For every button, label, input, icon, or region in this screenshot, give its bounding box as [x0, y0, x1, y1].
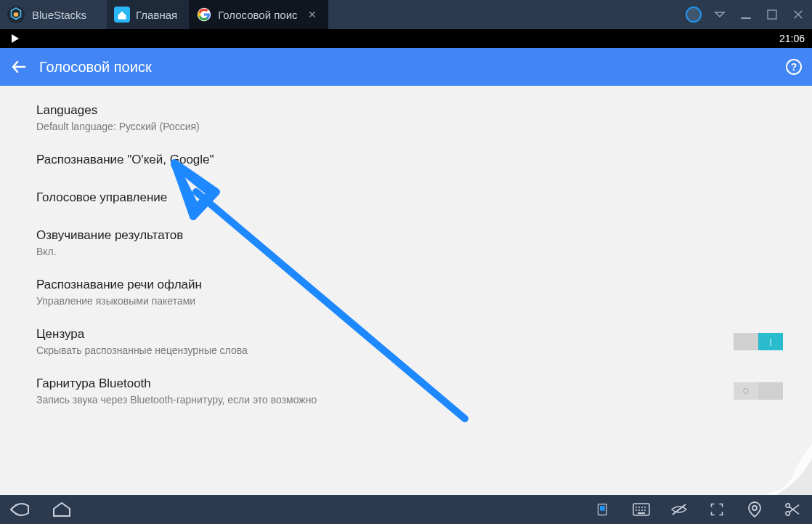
svg-line-17 — [673, 504, 686, 515]
account-avatar[interactable] — [686, 7, 702, 23]
back-arrow-icon[interactable] — [10, 58, 28, 76]
setting-title: Голосовое управление — [36, 190, 783, 205]
setting-sub: Запись звука через Bluetooth-гарнитуру, … — [36, 394, 734, 406]
svg-rect-16 — [638, 512, 645, 514]
setting-speak-results[interactable]: Озвучивание результатов Вкл. — [36, 218, 783, 267]
help-icon[interactable]: ? — [786, 59, 802, 75]
nav-location-icon[interactable] — [744, 500, 766, 519]
nav-hide-icon[interactable] — [668, 500, 690, 519]
nav-rotate-icon[interactable] — [593, 500, 614, 519]
setting-sub: Вкл. — [36, 246, 783, 257]
svg-point-10 — [641, 507, 643, 508]
settings-content: Languages Default language: Русский (Рос… — [0, 86, 812, 495]
setting-bluetooth-headset[interactable]: Гарнитура Bluetooth Запись звука через B… — [36, 366, 783, 416]
page-title: Голосовой поиск — [39, 59, 786, 76]
setting-sub: Default language: Русский (Россия) — [36, 121, 783, 132]
svg-point-15 — [644, 509, 646, 511]
bluestacks-logo — [6, 4, 26, 25]
nav-back-icon[interactable] — [9, 500, 31, 519]
tab-close-icon[interactable]: ✕ — [308, 9, 317, 20]
close-window-icon[interactable] — [790, 7, 806, 23]
setting-title: Озвучивание результатов — [36, 228, 783, 243]
setting-sub: Скрывать распознанные нецензурные слова — [36, 344, 734, 356]
dropdown-icon[interactable] — [712, 7, 728, 23]
setting-sub: Управление языковыми пакетами — [36, 295, 783, 307]
home-app-icon — [114, 7, 130, 23]
svg-point-19 — [786, 504, 789, 507]
tab-voice-label: Голосовой поис — [218, 9, 297, 21]
svg-point-12 — [636, 509, 637, 511]
maximize-icon[interactable] — [764, 7, 780, 23]
nav-home-icon[interactable] — [51, 500, 73, 519]
android-status-bar: 21:06 — [0, 29, 812, 48]
nav-scissors-icon[interactable] — [781, 500, 803, 519]
setting-title: Распознавание речи офлайн — [36, 278, 783, 292]
setting-languages[interactable]: Languages Default language: Русский (Рос… — [36, 93, 783, 142]
setting-ok-google[interactable]: Распознавание "О'кей, Google" — [36, 142, 783, 180]
svg-point-11 — [644, 507, 646, 508]
setting-voice-control[interactable]: Голосовое управление — [36, 180, 783, 218]
svg-rect-3 — [741, 17, 750, 19]
nav-keyboard-icon[interactable] — [630, 500, 652, 519]
bluestacks-titlebar: BlueStacks Главная Голосовой поис ✕ — [0, 0, 812, 29]
status-time: 21:06 — [779, 33, 805, 44]
setting-censorship[interactable]: Цензура Скрывать распознанные нецензурны… — [36, 317, 783, 366]
svg-point-8 — [636, 507, 637, 508]
play-store-icon — [12, 34, 19, 43]
setting-title: Распознавание "О'кей, Google" — [36, 153, 783, 167]
bluestacks-appname: BlueStacks — [32, 9, 86, 21]
google-icon — [196, 7, 212, 23]
setting-title: Гарнитура Bluetooth — [36, 376, 734, 391]
svg-point-14 — [641, 509, 643, 511]
app-header: Голосовой поиск ? — [0, 48, 812, 86]
minimize-icon[interactable] — [738, 7, 754, 23]
tab-home-label: Главная — [136, 9, 177, 21]
svg-point-9 — [638, 507, 640, 508]
toggle-censorship[interactable] — [734, 333, 783, 350]
tab-voice-search[interactable]: Голосовой поис ✕ — [189, 0, 328, 29]
svg-rect-4 — [768, 10, 776, 19]
setting-offline-recognition[interactable]: Распознавание речи офлайн Управление язы… — [36, 267, 783, 317]
android-nav-bar — [0, 495, 812, 524]
setting-title: Цензура — [36, 327, 734, 342]
svg-rect-6 — [600, 506, 605, 511]
svg-point-20 — [786, 512, 789, 515]
nav-fullscreen-icon[interactable] — [706, 500, 728, 519]
svg-point-13 — [638, 509, 640, 511]
tab-home[interactable]: Главная — [107, 0, 189, 29]
setting-title: Languages — [36, 103, 783, 118]
toggle-bluetooth[interactable] — [734, 382, 783, 400]
svg-point-18 — [752, 506, 757, 510]
